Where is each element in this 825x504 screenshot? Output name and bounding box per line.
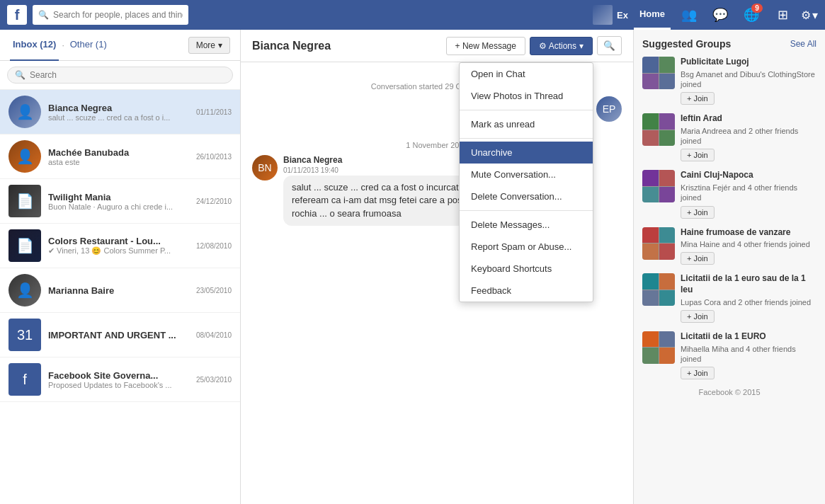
inbox-tabs: Inbox (12) · Other (1) More ▾	[0, 30, 240, 61]
group-item: Caini Cluj-Napoca Krisztina Fejér and 4 …	[642, 170, 817, 218]
conv-avatar: 👤	[8, 274, 41, 307]
search-box-inner[interactable]: 🔍	[7, 67, 233, 84]
actions-dropdown-menu: Open in ChatView Photos in ThreadMark as…	[459, 62, 593, 302]
conv-name: Colors Restaurant - Lou...	[48, 236, 189, 246]
group-item: Ieftin Arad Maria Andreea and 2 other fr…	[642, 113, 817, 161]
see-all-link[interactable]: See All	[790, 39, 817, 49]
search-bar[interactable]: 🔍	[33, 5, 188, 25]
search-messages-button[interactable]: 🔍	[597, 36, 622, 55]
dropdown-menu-item[interactable]: View Photos in Thread	[460, 85, 593, 107]
conv-name: Twilight Mania	[48, 192, 189, 202]
conv-info: Machée Banubada asta este	[48, 147, 189, 166]
conv-date: 12/08/2010	[196, 242, 232, 250]
conversation-item[interactable]: 👤 Machée Banubada asta este 26/10/2013	[0, 134, 240, 179]
more-button[interactable]: More ▾	[188, 37, 230, 54]
group-members: Mihaella Miha and 4 other friends joined	[681, 344, 817, 365]
conversation-item[interactable]: 📄 Colors Restaurant - Lou... ✔ Vineri, 1…	[0, 224, 240, 268]
group-avatar	[642, 273, 675, 306]
dropdown-arrow: ▾	[812, 8, 818, 22]
join-group-button[interactable]: + Join	[681, 206, 715, 219]
dropdown-menu-item[interactable]: Unarchive	[460, 142, 593, 164]
group-avatar	[642, 331, 675, 364]
group-name: Haine frumoase de vanzare	[681, 227, 817, 239]
group-name: Licitatii de la 1 EURO	[681, 331, 817, 343]
group-item: Haine frumoase de vanzare Mina Haine and…	[642, 227, 817, 265]
nav-notifications-icon-btn[interactable]: 🌐 9	[739, 2, 764, 28]
group-info: Haine frumoase de vanzare Mina Haine and…	[681, 227, 817, 265]
group-avatar	[642, 227, 675, 260]
conv-date: 24/12/2010	[196, 197, 232, 205]
search-icon: 🔍	[603, 40, 615, 51]
conversation-item[interactable]: 📄 Twilight Mania Buon Natale · Auguro a …	[0, 179, 240, 224]
join-group-button[interactable]: + Join	[681, 149, 715, 161]
chevron-down-icon: ▾	[579, 41, 584, 51]
group-info: Ieftin Arad Maria Andreea and 2 other fr…	[681, 113, 817, 161]
dropdown-menu-item[interactable]: Feedback	[460, 280, 593, 302]
nav-home-link[interactable]: Home	[634, 0, 671, 30]
dropdown-menu-item[interactable]: Delete Conversation...	[460, 185, 593, 207]
conv-info: Bianca Negrea salut ... scuze ... cred c…	[48, 103, 189, 122]
conv-date: 25/03/2010	[196, 376, 232, 384]
conv-info: Twilight Mania Buon Natale · Auguro a ch…	[48, 192, 189, 211]
conv-name: Bianca Negrea	[48, 103, 189, 113]
group-members: Bsg Amanet and Dibuu's ClothingStore joi…	[681, 69, 817, 90]
conv-date: 08/04/2010	[196, 331, 232, 339]
facebook-logo[interactable]: f	[7, 5, 27, 25]
inbox-tab[interactable]: Inbox (12)	[10, 30, 59, 61]
conv-preview: Proposed Updates to Facebook's ...	[48, 381, 189, 389]
gear-icon: ⚙	[801, 8, 811, 22]
conv-avatar: f	[8, 363, 41, 396]
conv-name: Facebook Site Governa...	[48, 370, 189, 381]
conv-date: 01/11/2013	[196, 108, 232, 116]
conversation-item[interactable]: 👤 Bianca Negrea salut ... scuze ... cred…	[0, 90, 240, 134]
message-avatar: BN	[252, 155, 278, 181]
join-group-button[interactable]: + Join	[681, 252, 715, 265]
group-members: Maria Andreea and 2 other friends joined	[681, 126, 817, 147]
group-members: Mina Haine and 4 other friends joined	[681, 239, 817, 249]
actions-button[interactable]: ⚙ Actions ▾	[530, 37, 593, 55]
conversation-actions: + New Message ⚙ Actions ▾ 🔍	[446, 36, 622, 55]
main-layout: Inbox (12) · Other (1) More ▾ 🔍 👤 Bianca…	[0, 30, 825, 504]
apps-icon: ⊞	[778, 7, 788, 23]
conv-info: Marianna Baire	[48, 285, 189, 296]
dropdown-menu-item[interactable]: Delete Messages...	[460, 214, 593, 236]
conv-info: IMPORTANT AND URGENT ...	[48, 330, 189, 340]
nav-user[interactable]: Ex	[593, 5, 628, 25]
conv-preview: ✔ Vineri, 13 😊 Colors Summer P...	[48, 246, 189, 256]
join-group-button[interactable]: + Join	[681, 367, 715, 379]
dropdown-divider	[460, 110, 593, 110]
group-name: Licitatii de la 1 euro sau de la 1 leu	[681, 273, 817, 295]
conv-preview: asta este	[48, 158, 189, 166]
group-info: Licitatii de la 1 EURO Mihaella Miha and…	[681, 331, 817, 379]
group-members: Krisztina Fejér and 4 other friends join…	[681, 183, 817, 203]
messages-icon: 💬	[712, 7, 728, 23]
nav-settings-btn[interactable]: ⚙ ▾	[801, 8, 818, 22]
dropdown-menu-item[interactable]: Open in Chat	[460, 63, 593, 85]
group-members: Lupas Cora and 2 other friends joined	[681, 297, 817, 307]
nav-apps-icon-btn[interactable]: ⊞	[770, 2, 795, 28]
message-avatar: EP	[596, 96, 622, 122]
new-message-button[interactable]: + New Message	[446, 37, 525, 55]
search-icon: 🔍	[15, 70, 25, 80]
join-group-button[interactable]: + Join	[681, 92, 715, 105]
group-info: Licitatii de la 1 euro sau de la 1 leu L…	[681, 273, 817, 322]
dropdown-menu-item[interactable]: Keyboard Shortcuts	[460, 258, 593, 280]
other-tab[interactable]: Other (1)	[67, 30, 110, 61]
conversation-item[interactable]: f Facebook Site Governa... Proposed Upda…	[0, 357, 240, 402]
conversation-search-input[interactable]	[30, 70, 225, 80]
conv-preview: salut ... scuze ... cred ca a fost o i..…	[48, 113, 189, 122]
chevron-down-icon: ▾	[218, 40, 222, 50]
top-nav: f 🔍 Ex Home 👥 💬 🌐 9 ⊞ ⚙ ▾	[0, 0, 825, 30]
join-group-button[interactable]: + Join	[681, 310, 715, 323]
search-input[interactable]	[53, 10, 183, 20]
conv-avatar: 👤	[8, 96, 41, 128]
group-info: Publicitate Lugoj Bsg Amanet and Dibuu's…	[681, 57, 817, 105]
dropdown-menu-item[interactable]: Report Spam or Abuse...	[460, 236, 593, 258]
nav-friends-icon-btn[interactable]: 👥	[676, 2, 702, 28]
conversation-item[interactable]: 31 IMPORTANT AND URGENT ... 08/04/2010	[0, 313, 240, 357]
dropdown-menu-item[interactable]: Mark as unread	[460, 113, 593, 135]
dropdown-menu-item[interactable]: Mute Conversation...	[460, 164, 593, 185]
nav-messages-icon-btn[interactable]: 💬	[707, 2, 733, 28]
conversation-item[interactable]: 👤 Marianna Baire 23/05/2010	[0, 268, 240, 313]
nav-username: Ex	[617, 10, 628, 21]
